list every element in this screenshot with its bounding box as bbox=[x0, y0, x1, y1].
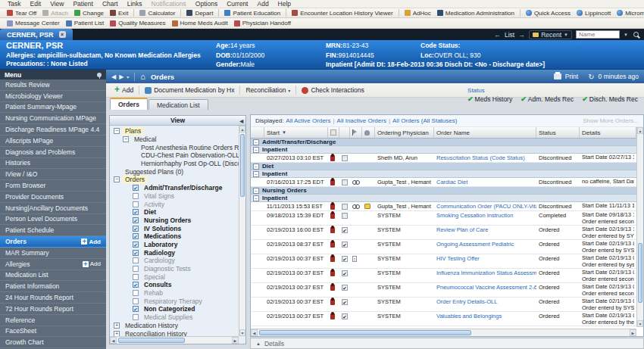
physician-handoff-button[interactable]: Physician Handoff bbox=[231, 20, 294, 26]
order-row[interactable]: 02/19/2013 08:37 EST✔SYSTEMOngoing Asses… bbox=[251, 240, 636, 254]
tree-node-diet[interactable]: ✔Diet bbox=[110, 208, 239, 217]
tree-node-radiology[interactable]: ✔Radiology bbox=[110, 248, 239, 257]
add-button[interactable]: +Add bbox=[83, 260, 101, 267]
attach-button[interactable]: Attach bbox=[39, 10, 71, 17]
tree-node-post-anesthesia-routine-orders-recovery[interactable]: Post Anesthesia Routine Orders Recovery bbox=[110, 143, 239, 151]
collapse-icon[interactable]: − bbox=[253, 171, 259, 177]
adhoc-button[interactable]: AdHoc bbox=[402, 10, 434, 17]
subgroup-row-inpatient[interactable]: −Inpatient bbox=[251, 170, 636, 178]
sidebar-item-growth-chart[interactable]: Growth Chart bbox=[0, 337, 106, 348]
exit-button[interactable]: Exit bbox=[107, 10, 131, 17]
column-review[interactable] bbox=[339, 127, 350, 138]
column-details[interactable]: Details bbox=[580, 127, 636, 138]
tree-node-medical[interactable]: −Medical bbox=[110, 136, 239, 144]
order-name-link[interactable]: Pneumococcal Vaccine Assessment 2-64 bbox=[434, 283, 536, 297]
menu-view[interactable]: View bbox=[45, 0, 68, 8]
checkbox-unchecked-icon[interactable] bbox=[133, 257, 139, 263]
review-checkbox-unchecked-icon[interactable] bbox=[342, 204, 348, 210]
collapse-icon[interactable]: − bbox=[253, 164, 259, 170]
scroll-right-icon[interactable]: ▶ bbox=[630, 329, 636, 336]
order-name-link[interactable]: Order Entry Details-OLL bbox=[434, 298, 536, 311]
review-checkbox-checked-icon[interactable]: ✔ bbox=[342, 241, 348, 248]
micromedex-button[interactable]: Micromedex bbox=[614, 10, 644, 17]
message-center-button[interactable]: Message Center bbox=[4, 20, 63, 26]
column-start[interactable]: Start ▼ bbox=[264, 127, 328, 138]
column-order-form[interactable] bbox=[328, 127, 339, 138]
tree-node-respiratory-therapy[interactable]: Respiratory Therapy bbox=[110, 297, 239, 305]
filter-link-all-inactive-orders[interactable]: All Inactive Orders bbox=[337, 117, 386, 124]
scroll-up-icon[interactable]: ▲ bbox=[637, 127, 643, 134]
checkbox-unchecked-icon[interactable] bbox=[133, 201, 139, 207]
checkbox-checked-icon[interactable]: ✔ bbox=[133, 233, 139, 239]
tree-node-laboratory[interactable]: ✔Laboratory bbox=[110, 241, 239, 249]
group-row-nursing-orders[interactable]: −Nursing Orders bbox=[251, 187, 636, 195]
review-checkbox-unchecked-icon[interactable] bbox=[342, 179, 348, 185]
sidebar-item-histories[interactable]: Histories bbox=[0, 158, 106, 170]
quick-access-button[interactable]: Quick Access bbox=[523, 10, 574, 17]
collapse-panel-icon[interactable]: ◀ bbox=[239, 118, 243, 123]
collapse-icon[interactable]: − bbox=[123, 136, 129, 142]
tree-horizontal-scrollbar[interactable]: ◀ ▶ bbox=[110, 336, 239, 344]
review-checkbox-checked-icon[interactable]: ✔ bbox=[342, 227, 348, 233]
collapse-icon[interactable]: − bbox=[253, 188, 259, 194]
tab-orders[interactable]: Orders bbox=[110, 98, 148, 110]
subgroup-row-inpatient[interactable]: −Inpatient bbox=[251, 146, 636, 154]
add-button[interactable]: Add bbox=[111, 86, 137, 94]
expand-icon[interactable]: + bbox=[114, 323, 120, 329]
sidebar-item-24-hour-rounds-report[interactable]: 24 Hour Rounds Report bbox=[0, 292, 106, 304]
table-horizontal-scrollbar[interactable]: ◀ ▶ bbox=[251, 329, 636, 336]
column-order-name[interactable]: Order Name bbox=[434, 127, 536, 138]
tree-node-iv-solutions[interactable]: ✔IV Solutions bbox=[110, 224, 239, 232]
sidebar-item-mar-summary[interactable]: MAR Summary bbox=[0, 248, 106, 259]
scroll-down-icon[interactable]: ▼ bbox=[637, 320, 643, 327]
group-row-diet[interactable]: −Diet bbox=[251, 163, 636, 170]
sidebar-item-form-browser[interactable]: Form Browser bbox=[0, 180, 106, 192]
checkbox-checked-icon[interactable]: ✔ bbox=[133, 282, 139, 288]
tree-node-admit-transfer-discharge[interactable]: ✔Admit/Transfer/Discharge bbox=[110, 184, 239, 192]
tree-node-medical-supplies[interactable]: Medical Supplies bbox=[110, 313, 239, 322]
review-checkbox-checked-icon[interactable]: ✔ bbox=[342, 313, 348, 319]
add-button[interactable]: +Add bbox=[81, 238, 101, 245]
menu-patient[interactable]: Patient bbox=[68, 0, 97, 8]
order-row[interactable]: 02/19/2013 00:37 EST✔SYSTEMValuables and… bbox=[251, 312, 636, 326]
sidebar-item-facesheet[interactable]: FaceSheet bbox=[0, 326, 106, 338]
sidebar-item-reference[interactable]: Reference bbox=[0, 315, 106, 326]
review-checkbox-unchecked-icon[interactable] bbox=[342, 213, 348, 219]
menu-help[interactable]: Help bbox=[274, 0, 295, 8]
order-name-link[interactable]: Smoking Cessation Instruction bbox=[434, 211, 536, 225]
menu-chart[interactable]: Chart bbox=[98, 0, 123, 8]
reconciliation-button[interactable]: Reconciliation▾ bbox=[242, 86, 294, 94]
expand-panel-icon[interactable]: ▲ bbox=[256, 341, 261, 346]
filter-link-all-orders-all-statuses[interactable]: All Orders (All Statuses) bbox=[392, 117, 457, 124]
checkbox-unchecked-icon[interactable] bbox=[133, 298, 139, 304]
sidebar-item-results-review[interactable]: Results Review bbox=[0, 79, 106, 91]
checkbox-checked-icon[interactable]: ✔ bbox=[133, 250, 139, 256]
collapse-icon[interactable]: − bbox=[253, 195, 259, 201]
pin-icon[interactable] bbox=[97, 73, 102, 77]
scroll-down-icon[interactable]: ▼ bbox=[239, 329, 245, 336]
tree-node-activity[interactable]: Activity bbox=[110, 200, 239, 208]
scrollbar-thumb[interactable] bbox=[259, 330, 471, 335]
menu-add[interactable]: Add bbox=[252, 0, 273, 8]
patient-list-button[interactable]: Patient List bbox=[63, 20, 108, 26]
sidebar-item-iview-i-o[interactable]: IView / I&O bbox=[0, 169, 106, 180]
calculator-button[interactable]: Calculator bbox=[136, 10, 178, 17]
menu-links[interactable]: Links bbox=[123, 0, 147, 8]
menu-options[interactable]: Options bbox=[191, 0, 222, 8]
sidebar-item-patient-schedule[interactable]: Patient Schedule bbox=[0, 225, 106, 236]
expand-icon[interactable]: + bbox=[114, 331, 120, 336]
order-row[interactable]: 02/27/2013 03:10 ESTSheth MD, ArunResusc… bbox=[251, 154, 636, 163]
order-row[interactable]: 09/18/2013 15:39 EDTSYSTEMSmoking Cessat… bbox=[251, 211, 636, 226]
tree-node-medication-history[interactable]: +Medication History bbox=[110, 322, 239, 330]
sidebar-item-72-hour-rounds-report[interactable]: 72 Hour Rounds Report bbox=[0, 304, 106, 315]
home-meds-audit-button[interactable]: Home Meds Audit bbox=[169, 20, 231, 26]
tree-node-special[interactable]: Special bbox=[110, 273, 239, 281]
recent-button[interactable]: Recent ▼ bbox=[529, 30, 572, 39]
order-row[interactable]: 11/11/2013 15:53 ESTGupta_Test , HemantC… bbox=[251, 202, 636, 211]
list-back-icon[interactable]: ← bbox=[494, 31, 501, 39]
scroll-left-icon[interactable]: ◀ bbox=[251, 329, 258, 336]
sidebar-item-nursing-ancillary-documents[interactable]: Nursing|Ancillary Documents bbox=[0, 203, 106, 214]
tree-node-nursing-orders[interactable]: ✔Nursing Orders bbox=[110, 217, 239, 225]
table-vertical-scrollbar[interactable]: ▲ ▼ bbox=[636, 127, 643, 327]
sidebar-item-diagnosis-and-problems[interactable]: Diagnosis and Problems bbox=[0, 147, 106, 158]
